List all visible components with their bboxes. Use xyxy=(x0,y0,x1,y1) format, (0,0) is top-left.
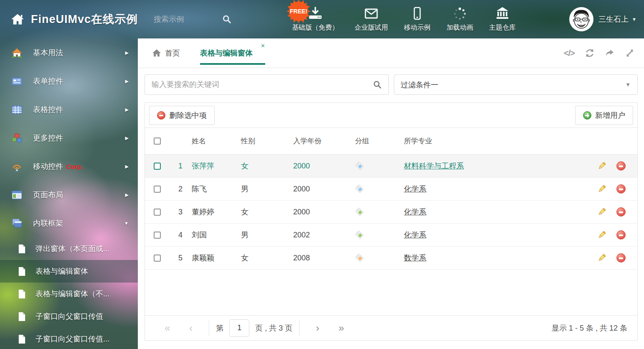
username: 三生石上 xyxy=(598,14,629,24)
page-number-input[interactable] xyxy=(229,319,249,337)
cell-year: 2000 xyxy=(293,185,355,194)
sidebar-item-form-controls[interactable]: 表单控件 ▶ xyxy=(0,67,138,95)
chevron-right-icon: ▶ xyxy=(125,135,129,141)
tab-active-label: 表格与编辑窗体 xyxy=(200,48,253,58)
nav-label: 企业版试用 xyxy=(355,23,388,32)
nav-label: 移动示例 xyxy=(404,23,431,32)
delete-row-button[interactable] xyxy=(611,184,637,194)
tab-tools: </> xyxy=(564,38,635,68)
sidebar-item-label: 内联框架 xyxy=(33,218,63,228)
edit-button[interactable] xyxy=(592,207,611,217)
sidebar-subitem-child-to-parent-2[interactable]: 子窗口向父窗口传值... xyxy=(0,328,138,349)
row-checkbox[interactable] xyxy=(154,232,161,239)
pencil-icon xyxy=(597,230,606,239)
tab-grid-edit-window[interactable]: 表格与编辑窗体 ✕ xyxy=(200,38,265,68)
select-all-checkbox[interactable] xyxy=(154,138,161,145)
nav-loading-animation[interactable]: 加载动画 xyxy=(439,7,481,32)
row-index: 4 xyxy=(169,231,183,239)
filter-row: 过滤条件一 ▼ xyxy=(145,74,638,95)
pagination-bar: « ‹ 第 页 , 共 3 页 › » 显示 1 - 5 条 , 共 12 条 xyxy=(145,315,637,340)
spinner-icon xyxy=(453,7,467,20)
top-header: FineUIMvc在线示例 FRE xyxy=(0,0,644,38)
row-index: 1 xyxy=(169,162,183,171)
next-page-button[interactable]: › xyxy=(306,323,329,333)
sidebar-item-mobile-controls[interactable]: 移动控件 Corp. ▶ xyxy=(0,152,138,181)
nav-theme-repo[interactable]: 主题仓库 xyxy=(481,7,524,32)
col-header-name: 姓名 xyxy=(192,136,241,146)
keyword-search-input[interactable] xyxy=(152,80,373,89)
sidebar-item-basic-usage[interactable]: 基本用法 ▶ xyxy=(0,38,138,67)
sidebar-subitem-grid-edit-window[interactable]: 表格与编辑窗体 xyxy=(0,260,138,283)
edit-button[interactable] xyxy=(592,253,611,262)
open-new-window-icon[interactable] xyxy=(605,48,615,58)
sidebar-item-iframe[interactable]: 内联框架 ▼ xyxy=(0,209,138,237)
tab-home[interactable]: 首页 xyxy=(152,48,180,58)
nav-enterprise-trial[interactable]: 企业版试用 xyxy=(347,7,396,32)
delete-row-button[interactable] xyxy=(611,161,637,171)
file-icon xyxy=(18,289,26,299)
edit-button[interactable] xyxy=(592,161,611,171)
table-row: 5 康颖颖 女 2008 数学系 xyxy=(145,247,637,270)
sidebar-subitem-label: 子窗口向父窗口传值... xyxy=(35,334,109,344)
search-icon[interactable] xyxy=(222,15,231,24)
major-link[interactable]: 数学系 xyxy=(404,254,426,262)
header-search-input[interactable] xyxy=(154,15,216,24)
prev-page-button[interactable]: ‹ xyxy=(180,323,202,333)
major-link[interactable]: 化学系 xyxy=(404,231,426,239)
view-source-icon[interactable]: </> xyxy=(564,48,575,58)
sidebar-subitem-label: 表格与编辑窗体 xyxy=(35,266,88,276)
avatar[interactable] xyxy=(569,7,593,31)
pencil-icon xyxy=(597,184,606,194)
delete-selected-label: 删除选中项 xyxy=(169,110,207,120)
sidebar-item-more-controls[interactable]: 更多控件 ▶ xyxy=(0,124,138,152)
edit-button[interactable] xyxy=(592,230,611,239)
grid-panel: 删除选中项 新增用户 姓名 性别 入学年份 分组 所学专业 1 张萍萍 女 20… xyxy=(145,102,638,341)
col-header-gender: 性别 xyxy=(241,136,293,146)
app-title[interactable]: FineUIMvc在线示例 xyxy=(31,12,138,27)
filter-dropdown[interactable]: 过滤条件一 ▼ xyxy=(394,74,638,95)
corp-badge: Corp. xyxy=(66,163,83,170)
delete-row-button[interactable] xyxy=(611,253,637,262)
page-prefix: 第 xyxy=(216,323,223,333)
last-page-button[interactable]: » xyxy=(329,323,353,333)
row-checkbox[interactable] xyxy=(154,209,161,216)
delete-row-button[interactable] xyxy=(611,207,637,217)
sidebar-item-grid-controls[interactable]: 表格控件 ▶ xyxy=(0,95,138,124)
major-link[interactable]: 化学系 xyxy=(404,208,426,216)
edit-button[interactable] xyxy=(592,184,611,194)
sidebar-subitem-child-to-parent[interactable]: 子窗口向父窗口传值 xyxy=(0,305,138,328)
row-checkbox[interactable] xyxy=(154,255,161,262)
layout-icon xyxy=(12,190,22,200)
user-menu[interactable]: 三生石上 ▼ xyxy=(569,7,636,31)
major-link[interactable]: 材料科学与工程系 xyxy=(404,162,464,170)
major-link[interactable]: 化学系 xyxy=(404,185,426,193)
add-user-button[interactable]: 新增用户 xyxy=(575,106,633,125)
delete-selected-button[interactable]: 删除选中项 xyxy=(149,106,215,125)
chevron-right-icon: ▶ xyxy=(125,79,129,84)
caret-down-icon: ▼ xyxy=(625,82,631,88)
home-colored-icon xyxy=(12,48,22,58)
nav-basic-edition[interactable]: 基础版（免费） xyxy=(284,7,347,32)
fullscreen-icon[interactable] xyxy=(625,48,635,58)
sidebar-subitem-popup-window[interactable]: 弹出窗体（本页面或... xyxy=(0,237,138,260)
header-search xyxy=(154,15,231,24)
file-icon xyxy=(18,267,26,276)
delete-row-button[interactable] xyxy=(611,230,637,239)
nav-mobile-demo[interactable]: 移动示例 xyxy=(396,7,439,32)
refresh-icon[interactable] xyxy=(585,48,595,58)
row-checkbox[interactable] xyxy=(154,186,161,193)
sidebar-subitem-grid-edit-window-2[interactable]: 表格与编辑窗体（不... xyxy=(0,283,138,305)
search-icon[interactable] xyxy=(373,80,382,89)
tag-icon xyxy=(355,230,404,239)
close-icon[interactable]: ✕ xyxy=(261,43,265,49)
first-page-button[interactable]: « xyxy=(155,323,180,333)
cell-year: 2008 xyxy=(293,254,355,262)
home-icon[interactable] xyxy=(11,13,24,25)
cell-gender: 男 xyxy=(241,184,293,194)
sidebar-item-page-layout[interactable]: 页面布局 ▶ xyxy=(0,181,138,209)
pagination-summary: 显示 1 - 5 条 , 共 12 条 xyxy=(552,323,627,333)
tab-bar: 首页 表格与编辑窗体 ✕ </> xyxy=(138,38,644,68)
row-checkbox[interactable] xyxy=(154,163,161,170)
cell-name: 董婷婷 xyxy=(192,207,241,217)
chevron-down-icon: ▼ xyxy=(124,221,129,226)
